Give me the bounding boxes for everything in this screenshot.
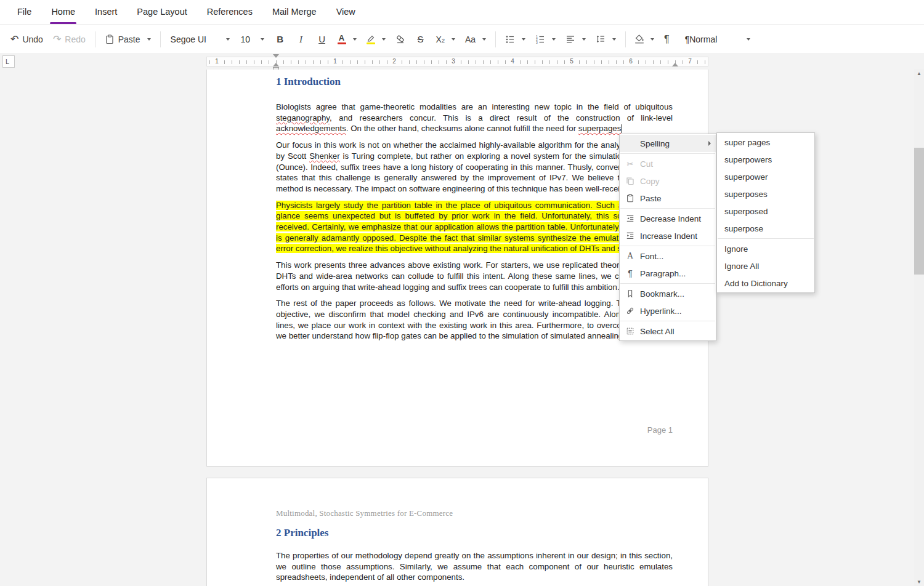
menu-view[interactable]: View [326, 0, 365, 24]
toolbar-separator [495, 31, 496, 47]
chevron-down-icon [482, 38, 486, 41]
spelling-ignore[interactable]: Ignore [717, 240, 814, 257]
context-menu-hyperlink[interactable]: Hyperlink... [620, 302, 716, 319]
context-menu-paragraph[interactable]: ¶ Paragraph... [620, 265, 716, 282]
right-indent-marker[interactable] [672, 63, 678, 66]
paragraph-6: The properties of our methodology depend… [276, 550, 673, 583]
context-menu-spelling[interactable]: Spelling [620, 135, 716, 152]
paragraph-4: This work presents three advances above … [276, 260, 673, 292]
menu-separator [620, 208, 715, 209]
numbered-list-icon: 123 [535, 34, 545, 44]
context-menu-select-all[interactable]: Select All [620, 323, 716, 340]
spelling-submenu: super pages superpowers superpower super… [716, 132, 815, 293]
suggestion-item[interactable]: superpowers [717, 151, 814, 168]
font-size-combo[interactable]: 10 [236, 31, 269, 47]
subscript-icon: X2 [436, 35, 445, 44]
horizontal-ruler[interactable]: 1 1 2 3 4 5 6 7 [206, 57, 708, 66]
suggestion-item[interactable]: superpose [717, 220, 814, 237]
strikethrough-button[interactable]: S [411, 31, 431, 47]
bold-icon: B [275, 34, 286, 44]
spelling-ignore-all[interactable]: Ignore All [717, 257, 814, 275]
scroll-up-arrow-icon[interactable]: ▲ [914, 69, 924, 78]
font-icon: A [625, 251, 636, 261]
tab-stop-selector[interactable]: L [2, 55, 15, 68]
paragraph-2: Our focus in this work is not on whether… [276, 140, 673, 195]
misspelled-word: steganography [276, 113, 330, 122]
chevron-down-icon [747, 38, 750, 41]
clipboard-icon [105, 34, 115, 44]
styles-combo[interactable]: ¶Normal [680, 31, 755, 47]
bullet-list-button[interactable] [501, 31, 530, 47]
menu-insert[interactable]: Insert [85, 0, 127, 24]
page-2[interactable]: Multimodal, Stochastic Symmetries for E-… [206, 478, 708, 586]
paste-label: Paste [118, 34, 140, 44]
font-name-combo[interactable]: Segoe UI [166, 31, 235, 47]
scroll-down-arrow-icon[interactable]: ▼ [914, 577, 924, 586]
ruler-label: 1 [331, 57, 339, 66]
paragraph-icon: ¶ [625, 268, 636, 278]
context-menu-increase-indent[interactable]: Increase Indent [620, 227, 716, 244]
menu-file[interactable]: File [7, 0, 41, 24]
suggestion-item[interactable]: superposes [717, 185, 814, 203]
vertical-scrollbar[interactable]: ▲ ▼ [914, 69, 924, 586]
subscript-button[interactable]: X2 [432, 32, 460, 47]
underline-button[interactable]: U [312, 31, 332, 47]
ruler-label: 6 [627, 57, 634, 66]
chevron-down-icon [226, 38, 230, 41]
page-number-label: Page 1 [647, 425, 673, 435]
section-heading-1: 1 Introduction [276, 76, 673, 88]
context-menu-font[interactable]: A Font... [620, 247, 716, 265]
section-heading-2: 2 Principles [276, 527, 673, 539]
copy-icon [625, 177, 636, 185]
font-name-value: Segoe UI [171, 34, 206, 44]
redo-icon: ↷ [53, 34, 61, 44]
running-header: Multimodal, Stochastic Symmetries for E-… [276, 508, 673, 518]
context-menu: Spelling ✂ Cut Copy Paste Decrease Inden… [619, 134, 716, 341]
italic-button[interactable]: I [291, 31, 311, 47]
first-line-indent-marker[interactable] [273, 54, 279, 58]
redo-button[interactable]: ↷ Redo [49, 31, 90, 47]
undo-button[interactable]: ↶ Undo [6, 31, 47, 47]
change-case-button[interactable]: Aa [461, 31, 490, 47]
context-menu-paste[interactable]: Paste [620, 190, 716, 207]
context-menu-copy: Copy [620, 172, 716, 190]
paste-button[interactable]: Paste [100, 31, 155, 47]
clear-formatting-button[interactable] [391, 31, 410, 47]
decrease-indent-icon [625, 214, 636, 223]
hanging-indent-marker[interactable] [273, 63, 279, 66]
align-left-icon [565, 34, 575, 44]
pilcrow-icon: ¶ [664, 34, 670, 44]
ruler-label: 5 [568, 57, 575, 66]
numbered-list-button[interactable]: 123 [531, 31, 560, 47]
suggestion-item[interactable]: superposed [717, 203, 814, 220]
line-spacing-button[interactable] [591, 31, 620, 47]
font-color-icon: A [338, 34, 346, 44]
shading-button[interactable] [631, 31, 659, 47]
bold-button[interactable]: B [270, 31, 290, 47]
undo-icon: ↶ [10, 34, 18, 44]
toolbar-separator [95, 31, 95, 47]
toolbar-separator [625, 31, 626, 47]
paragraph-5: The rest of the paper proceeds as follow… [276, 298, 673, 342]
show-marks-button[interactable]: ¶ [660, 31, 674, 47]
ruler-label: 1 [213, 57, 221, 66]
chevron-down-icon [147, 38, 151, 41]
menu-mail-merge[interactable]: Mail Merge [262, 0, 326, 24]
chevron-down-icon [552, 38, 556, 41]
highlight-color-button[interactable] [362, 31, 390, 47]
alignment-button[interactable] [561, 31, 590, 47]
context-menu-bookmark[interactable]: Bookmark... [620, 285, 716, 302]
scrollbar-thumb[interactable] [914, 148, 924, 275]
submenu-chevron-icon [708, 141, 711, 146]
menu-home[interactable]: Home [41, 0, 85, 24]
context-menu-decrease-indent[interactable]: Decrease Indent [620, 210, 716, 227]
suggestion-item[interactable]: super pages [717, 134, 814, 151]
font-color-button[interactable]: A [333, 31, 361, 47]
chevron-down-icon [522, 38, 525, 41]
menu-page-layout[interactable]: Page Layout [127, 0, 197, 24]
paint-bucket-icon [635, 34, 644, 44]
menu-references[interactable]: References [197, 0, 262, 24]
ruler-label: 3 [450, 57, 457, 66]
suggestion-item[interactable]: superpower [717, 168, 814, 185]
spelling-add-to-dictionary[interactable]: Add to Dictionary [717, 275, 814, 292]
